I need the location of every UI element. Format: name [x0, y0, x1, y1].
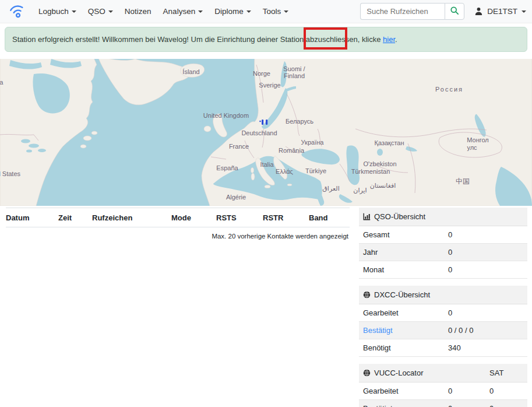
vucc-header: VUCC-Locator SAT	[359, 364, 527, 383]
main-menu: Logbuch QSO Notizen Analysen Diplome Too…	[34, 3, 295, 19]
recent-qso-table: Datum Zeit Rufzeichen Mode RSTS RSTR Ban…	[6, 208, 350, 407]
stat-value: 340	[448, 343, 489, 352]
col-rstr: RSTR	[263, 213, 309, 222]
menu-label: Tools	[263, 7, 281, 16]
panel-title: VUCC-Locator	[374, 369, 424, 377]
table-footer-note: Max. 20 vorherige Kontakte werden angeze…	[6, 227, 350, 245]
stat-value: 0	[448, 248, 489, 257]
stat-label: Gearbeitet	[363, 387, 448, 395]
stat-label: Jahr	[363, 248, 448, 257]
stat-value: 0 / 0 / 0	[448, 326, 489, 335]
stat-value: 0	[448, 230, 489, 239]
sat-column-header: SAT	[489, 369, 523, 377]
qso-overview-panel: QSO-Übersicht Gesamt0 Jahr0 Monat0	[359, 208, 527, 279]
wavelog-logo[interactable]	[8, 2, 26, 22]
stat-row: Benötigt340	[359, 339, 527, 357]
menu-label: Diplome	[214, 7, 244, 16]
stat-value-sat: 0	[489, 404, 523, 407]
chevron-down-icon	[108, 10, 113, 13]
alert-text: Station erfolgreich erstellt! Willkommen…	[12, 35, 383, 44]
alert-text-end: .	[395, 35, 397, 44]
search-icon	[450, 6, 459, 16]
menu-tools[interactable]: Tools	[258, 3, 294, 19]
bestaetigt-link[interactable]: Bestätigt	[363, 326, 448, 335]
chevron-down-icon	[246, 10, 251, 13]
stat-label: Benötigt	[363, 343, 448, 352]
stats-sidebar: QSO-Übersicht Gesamt0 Jahr0 Monat0 DXCC-…	[359, 208, 527, 407]
menu-logbuch[interactable]: Logbuch	[34, 3, 81, 19]
user-icon	[474, 7, 483, 16]
user-menu[interactable]: DE1TST	[471, 7, 526, 16]
alert-banner: Station erfolgreich erstellt! Willkommen…	[5, 27, 527, 52]
stat-row: Gesamt0	[359, 226, 527, 244]
menu-qso[interactable]: QSO	[83, 3, 118, 19]
chevron-down-icon	[72, 10, 76, 13]
stat-value-sat: 0	[489, 387, 523, 395]
col-zeit: Zeit	[58, 213, 92, 222]
search-button[interactable]	[445, 3, 464, 20]
col-band: Band	[309, 213, 350, 222]
bar-chart-icon	[363, 213, 371, 220]
stat-value: 0	[448, 387, 489, 395]
stat-label: Gearbeitet	[363, 308, 448, 317]
panel-title: DXCC-Übersicht	[374, 290, 430, 299]
col-rsts: RSTS	[216, 213, 263, 222]
navbar: Logbuch QSO Notizen Analysen Diplome Too…	[0, 0, 532, 23]
globe-icon	[363, 369, 371, 377]
stat-label: Monat	[363, 265, 448, 274]
chevron-down-icon	[522, 10, 526, 13]
menu-label: Analysen	[163, 7, 196, 16]
chevron-down-icon	[198, 10, 203, 13]
stat-value: 0	[448, 404, 489, 407]
stat-row: Bestätigt0 / 0 / 0	[359, 322, 527, 339]
globe-icon	[363, 291, 371, 299]
panel-title: QSO-Übersicht	[374, 212, 425, 221]
dxcc-overview-header: DXCC-Übersicht	[359, 286, 527, 304]
qso-table-header: Datum Zeit Rufzeichen Mode RSTS RSTR Ban…	[6, 208, 350, 227]
menu-label: Notizen	[125, 7, 152, 16]
stat-row: Bestätigt00	[359, 400, 527, 407]
col-datum: Datum	[6, 213, 58, 222]
menu-label: QSO	[88, 7, 105, 16]
stat-label: Gesamt	[363, 230, 448, 239]
stat-row: Monat0	[359, 261, 527, 279]
qso-overview-header: QSO-Übersicht	[359, 208, 527, 226]
world-map[interactable]: CanadaUnited StatesÍslandNorgeSverigeSuo…	[0, 59, 532, 206]
stat-value: 0	[448, 308, 489, 317]
hier-link[interactable]: hier	[383, 35, 395, 44]
dxcc-overview-panel: DXCC-Übersicht Gearbeitet0 Bestätigt0 / …	[359, 286, 527, 357]
map-graphic	[0, 59, 532, 206]
menu-label: Logbuch	[38, 7, 69, 16]
stat-row: Jahr0	[359, 244, 527, 261]
vucc-panel: VUCC-Locator SAT Gearbeitet00 Bestätigt0…	[359, 364, 527, 407]
search-input[interactable]	[360, 3, 445, 20]
stat-value: 0	[448, 265, 489, 274]
wifi-icon	[8, 2, 26, 22]
menu-diplome[interactable]: Diplome	[210, 3, 256, 19]
user-callsign: DE1TST	[487, 7, 517, 16]
stat-row: Gearbeitet0	[359, 304, 527, 322]
chevron-down-icon	[284, 10, 288, 13]
stat-row: Gearbeitet00	[359, 383, 527, 400]
col-mode: Mode	[171, 213, 216, 222]
menu-notizen[interactable]: Notizen	[120, 3, 156, 19]
menu-analysen[interactable]: Analysen	[158, 3, 208, 19]
col-rufzeichen: Rufzeichen	[92, 213, 171, 222]
stat-label: Bestätigt	[363, 404, 448, 407]
